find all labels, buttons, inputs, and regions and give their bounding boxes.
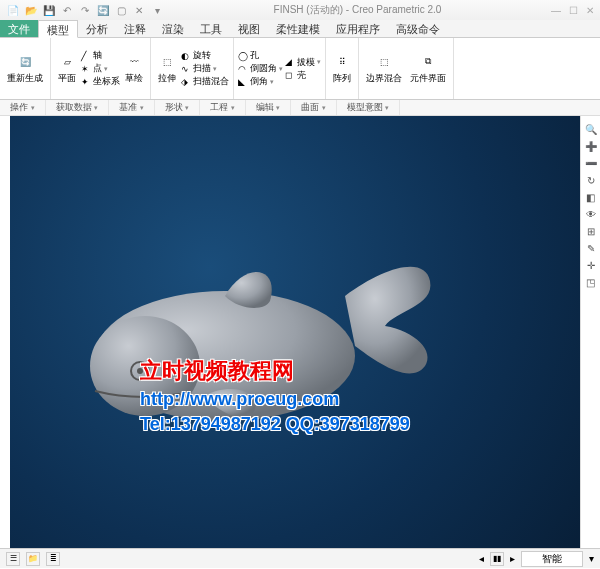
boundary-blend-button[interactable]: ⬚ 边界混合 xyxy=(363,52,405,86)
chevron-down-icon: ▾ xyxy=(140,104,144,111)
datum-display-icon[interactable]: ⊞ xyxy=(584,224,598,238)
tab-render[interactable]: 渲染 xyxy=(154,20,192,37)
revolve-icon: ◐ xyxy=(181,51,191,61)
window-title: FINSH (活动的) - Creo Parametric 2.0 xyxy=(164,3,551,17)
window-controls: — ☐ ✕ xyxy=(551,5,594,16)
new-icon[interactable]: 📄 xyxy=(6,3,20,17)
revolve-button[interactable]: ◐旋转 xyxy=(181,49,229,62)
windows-icon[interactable]: ▢ xyxy=(114,3,128,17)
minimize-icon[interactable]: — xyxy=(551,5,561,16)
status-sel-next-icon[interactable]: ▸ xyxy=(510,553,515,564)
zoom-out-icon[interactable]: ➖ xyxy=(584,156,598,170)
status-layer-icon[interactable]: ≣ xyxy=(46,552,60,566)
round-button[interactable]: ◠倒圆角▾ xyxy=(238,62,283,75)
sub-eng[interactable]: 工程 ▾ xyxy=(200,100,246,115)
regen-icon[interactable]: 🔄 xyxy=(96,3,110,17)
svg-point-3 xyxy=(137,368,143,374)
axis-button[interactable]: ╱轴 xyxy=(81,49,120,62)
open-icon[interactable]: 📂 xyxy=(24,3,38,17)
sketch-icon: 〰 xyxy=(125,53,143,71)
tab-model[interactable]: 模型 xyxy=(38,20,78,38)
shell-icon: ◻ xyxy=(285,70,295,80)
draft-button[interactable]: ◢拔模▾ xyxy=(285,56,321,69)
csys-button[interactable]: ✦坐标系 xyxy=(81,75,120,88)
chevron-down-icon: ▾ xyxy=(317,58,321,66)
point-button[interactable]: ✶点▾ xyxy=(81,62,120,75)
regen-button[interactable]: 🔄 重新生成 xyxy=(4,52,46,86)
svg-point-1 xyxy=(90,316,200,416)
status-bar: ☰ 📁 ≣ ◂ ▮▮ ▸ 智能 ▾ xyxy=(0,548,600,568)
title-bar: 📄 📂 💾 ↶ ↷ 🔄 ▢ ✕ ▾ FINSH (活动的) - Creo Par… xyxy=(0,0,600,20)
tab-app[interactable]: 应用程序 xyxy=(328,20,388,37)
sub-shape[interactable]: 形状 ▾ xyxy=(155,100,201,115)
annotation-icon[interactable]: ✎ xyxy=(584,241,598,255)
chevron-down-icon: ▾ xyxy=(322,104,326,111)
group-shape: ⬚ 拉伸 ◐旋转 ∿扫描▾ ⬗扫描混合 xyxy=(151,38,234,99)
tab-analysis[interactable]: 分析 xyxy=(78,20,116,37)
interface-button[interactable]: ⧉ 元件界面 xyxy=(407,52,449,86)
filter-dropdown-icon[interactable]: ▾ xyxy=(589,553,594,564)
selection-filter[interactable]: 智能 xyxy=(521,551,583,567)
tab-file[interactable]: 文件 xyxy=(0,20,38,37)
extrude-button[interactable]: ⬚ 拉伸 xyxy=(155,52,179,86)
plane-icon: ▱ xyxy=(58,53,76,71)
draft-icon: ◢ xyxy=(285,57,295,67)
sub-operate[interactable]: 操作 ▾ xyxy=(0,100,46,115)
chevron-down-icon: ▾ xyxy=(185,104,189,111)
saved-views-icon[interactable]: 👁 xyxy=(584,207,598,221)
chevron-down-icon: ▾ xyxy=(31,104,35,111)
hole-button[interactable]: ◯孔 xyxy=(238,49,283,62)
boundary-icon: ⬚ xyxy=(375,53,393,71)
spin-center-icon[interactable]: ✛ xyxy=(584,258,598,272)
pattern-button[interactable]: ⠿ 阵列 xyxy=(330,52,354,86)
viewport-toolbar: 🔍 ➕ ➖ ↻ ◧ 👁 ⊞ ✎ ✛ ◳ xyxy=(580,116,600,548)
tab-tools[interactable]: 工具 xyxy=(192,20,230,37)
undo-icon[interactable]: ↶ xyxy=(60,3,74,17)
boundary-label: 边界混合 xyxy=(366,72,402,85)
tab-adv[interactable]: 高级命令 xyxy=(388,20,448,37)
ribbon-tabs: 文件 模型 分析 注释 渲染 工具 视图 柔性建模 应用程序 高级命令 xyxy=(0,20,600,38)
sweep-button[interactable]: ∿扫描▾ xyxy=(181,62,229,75)
chevron-down-icon: ▾ xyxy=(279,65,283,73)
regen-label: 重新生成 xyxy=(7,72,43,85)
shell-button[interactable]: ◻壳 xyxy=(285,69,321,82)
close-icon[interactable]: ✕ xyxy=(586,5,594,16)
round-icon: ◠ xyxy=(238,64,248,74)
close-doc-icon[interactable]: ✕ xyxy=(132,3,146,17)
3d-viewport[interactable]: 立时视频教程网 http://www.proeug.com Tel:137949… xyxy=(0,116,580,548)
plane-button[interactable]: ▱ 平面 xyxy=(55,52,79,86)
zoom-in-icon[interactable]: ➕ xyxy=(584,139,598,153)
status-tree-icon[interactable]: ☰ xyxy=(6,552,20,566)
sub-datum[interactable]: 基准 ▾ xyxy=(109,100,155,115)
group-surface: ⬚ 边界混合 ⧉ 元件界面 xyxy=(359,38,454,99)
sub-intent[interactable]: 模型意图 ▾ xyxy=(337,100,401,115)
sub-edit[interactable]: 编辑 ▾ xyxy=(246,100,292,115)
viewport-area: 立时视频教程网 http://www.proeug.com Tel:137949… xyxy=(0,116,600,548)
blend-button[interactable]: ⬗扫描混合 xyxy=(181,75,229,88)
group-regen: 🔄 重新生成 xyxy=(0,38,51,99)
extrude-label: 拉伸 xyxy=(158,72,176,85)
plane-label: 平面 xyxy=(58,72,76,85)
group-pattern: ⠿ 阵列 xyxy=(326,38,359,99)
chamfer-button[interactable]: ◣倒角▾ xyxy=(238,75,283,88)
maximize-icon[interactable]: ☐ xyxy=(569,5,578,16)
sub-getdata[interactable]: 获取数据 ▾ xyxy=(46,100,110,115)
sketch-button[interactable]: 〰 草绘 xyxy=(122,52,146,86)
qat-dropdown-icon[interactable]: ▾ xyxy=(150,3,164,17)
save-icon[interactable]: 💾 xyxy=(42,3,56,17)
display-style-icon[interactable]: ◧ xyxy=(584,190,598,204)
status-folder-icon[interactable]: 📁 xyxy=(26,552,40,566)
tab-flex[interactable]: 柔性建模 xyxy=(268,20,328,37)
perspective-icon[interactable]: ◳ xyxy=(584,275,598,289)
sub-surface[interactable]: 曲面 ▾ xyxy=(291,100,337,115)
redo-icon[interactable]: ↷ xyxy=(78,3,92,17)
regen-icon: 🔄 xyxy=(16,53,34,71)
tab-annotate[interactable]: 注释 xyxy=(116,20,154,37)
status-sel-icon[interactable]: ▮▮ xyxy=(490,552,504,566)
zoom-fit-icon[interactable]: 🔍 xyxy=(584,122,598,136)
tab-view[interactable]: 视图 xyxy=(230,20,268,37)
repaint-icon[interactable]: ↻ xyxy=(584,173,598,187)
status-sel-prev-icon[interactable]: ◂ xyxy=(479,553,484,564)
chevron-down-icon: ▾ xyxy=(104,65,108,73)
interface-label: 元件界面 xyxy=(410,72,446,85)
